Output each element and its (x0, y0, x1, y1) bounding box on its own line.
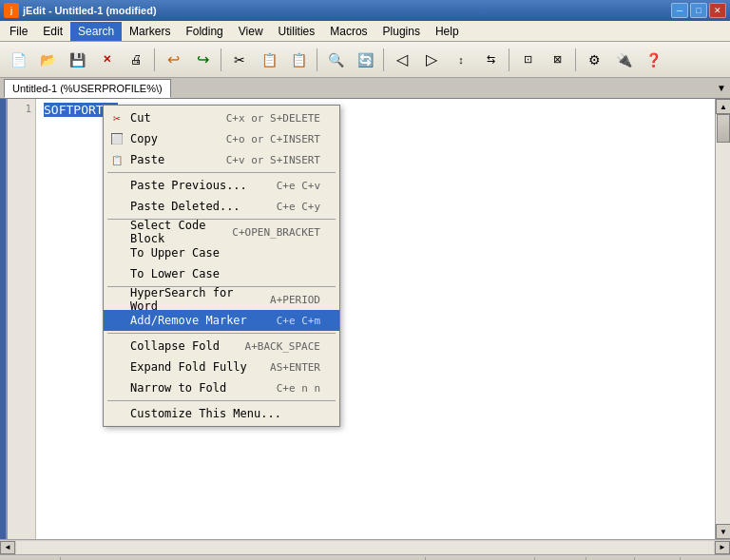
title-bar-controls: ─ □ ✕ (671, 3, 726, 18)
scrollbar-track-v[interactable] (716, 114, 730, 524)
ctx-expand-fold-fully[interactable]: Expand Fold Fully AS+ENTER (104, 357, 339, 377)
scrollbar-right-button[interactable]: ► (715, 541, 730, 554)
save-button[interactable]: 💾 (63, 46, 91, 74)
ctx-narrow-to-fold[interactable]: Narrow to Fold C+e n n (104, 377, 339, 398)
ctx-customize-menu-label: Customize This Menu... (130, 407, 320, 420)
ctx-cut[interactable]: ✂ Cut C+x or S+DELETE (104, 107, 339, 128)
ctx-hypersearch-label: HyperSearch for Word (130, 286, 262, 313)
ctx-copy[interactable]: ⬜ Copy C+o or C+INSERT (104, 128, 339, 149)
copy-icon: ⬜ (111, 133, 123, 145)
ctx-paste-previous[interactable]: Paste Previous... C+e C+v (104, 175, 339, 196)
ctx-to-lower-case[interactable]: To Lower Case (104, 263, 339, 284)
toolbar-sep-6 (575, 48, 576, 71)
split-button[interactable]: ⊡ (513, 46, 542, 74)
status-bar: 1,1 (0/10) Input/output complete (text,n… (0, 554, 730, 560)
ctx-customize-menu[interactable]: Customize This Menu... (104, 403, 339, 424)
status-encoding: (text,none,Cp1251) (433, 557, 535, 561)
ctx-expand-fold-fully-label: Expand Fold Fully (130, 360, 262, 374)
ctx-hypersearch-shortcut: A+PERIOD (270, 294, 320, 306)
menu-bar: File Edit Search Markers Folding View Ut… (0, 21, 730, 42)
redo-button[interactable]: ↪ (188, 46, 217, 74)
ctx-narrow-to-fold-label: Narrow to Fold (130, 381, 269, 395)
prev-button[interactable]: ◁ (388, 46, 416, 74)
ctx-paste-deleted[interactable]: Paste Deleted... C+e C+y (104, 196, 339, 217)
jump-button[interactable]: ⇆ (476, 46, 505, 74)
copy-button[interactable]: 📋 (255, 46, 283, 74)
ctx-sep-1 (107, 172, 336, 173)
editor-container: 1 SOFTPORTAL ✂ Cut C+x or S+DELETE ⬜ Cop… (0, 99, 730, 539)
paste-button[interactable]: 📋 (284, 46, 313, 74)
menu-macros[interactable]: Macros (322, 22, 375, 41)
tab-untitled-1[interactable]: Untitled-1 (%USERPROFILE%\) (4, 79, 171, 98)
paste-icon: 📋 (109, 155, 125, 165)
scrollbar-down-button[interactable]: ▼ (716, 524, 730, 539)
menu-view[interactable]: View (231, 22, 271, 41)
window-title: jEdit - Untitled-1 (modified) (23, 5, 157, 16)
scrollbar-up-button[interactable]: ▲ (716, 99, 730, 114)
status-size: 15Mb (643, 557, 682, 561)
new-button[interactable]: 📄 (4, 46, 32, 74)
ctx-narrow-to-fold-shortcut: C+e n n (277, 382, 320, 395)
ctx-paste-previous-label: Paste Previous... (130, 179, 269, 192)
plugin-manager-button[interactable]: 🔌 (609, 46, 638, 74)
ctx-paste[interactable]: 📋 Paste C+v or S+INSERT (104, 149, 339, 170)
close-button[interactable]: ✕ (709, 3, 726, 18)
toolbar-sep-1 (154, 48, 155, 71)
ctx-paste-deleted-shortcut: C+e C+y (277, 201, 320, 213)
scrollbar-left-button[interactable]: ◄ (0, 541, 15, 554)
ctx-cut-label: Cut (130, 111, 219, 125)
menu-file[interactable]: File (2, 22, 35, 41)
context-menu: ✂ Cut C+x or S+DELETE ⬜ Copy C+o or C+IN… (103, 105, 340, 427)
menu-utilities[interactable]: Utilities (271, 22, 323, 41)
editor-content[interactable]: SOFTPORTAL ✂ Cut C+x or S+DELETE ⬜ Copy … (36, 99, 715, 539)
scrollbar-track-h[interactable] (16, 541, 714, 554)
next-button[interactable]: ▷ (417, 46, 446, 74)
ctx-hypersearch[interactable]: HyperSearch for Word A+PERIOD (104, 289, 339, 310)
tab-scroll-right[interactable]: ▼ (713, 78, 730, 99)
undo-button[interactable]: ↩ (159, 46, 187, 74)
close-file-button[interactable]: ✕ (92, 46, 121, 74)
help-button[interactable]: ❓ (639, 46, 667, 74)
minimize-button[interactable]: ─ (671, 3, 688, 18)
ctx-to-lower-case-label: To Lower Case (130, 267, 320, 280)
ctx-collapse-fold-shortcut: A+BACK_SPACE (245, 340, 320, 353)
toolbar-sep-3 (317, 48, 317, 71)
ctx-collapse-fold[interactable]: Collapse Fold A+BACK_SPACE (104, 336, 339, 357)
toolbar: 📄 📂 💾 ✕ 🖨 ↩ ↪ ✂ 📋 📋 🔍 🔄 ◁ ▷ ↕ ⇆ ⊡ ⊠ ⚙ 🔌 … (0, 42, 730, 78)
menu-edit[interactable]: Edit (35, 22, 70, 41)
menu-help[interactable]: Help (428, 22, 467, 41)
ctx-cut-shortcut: C+x or S+DELETE (226, 112, 320, 125)
ctx-expand-fold-fully-shortcut: AS+ENTER (270, 361, 320, 374)
ctx-select-code-block[interactable]: Select Code Block C+OPEN_BRACKET (104, 222, 339, 242)
status-wc: WC 7 (594, 557, 634, 561)
scrollbar-thumb-v[interactable] (717, 114, 730, 143)
ctx-add-remove-marker-label: Add/Remove Marker (130, 314, 269, 327)
fold-indicator (0, 99, 8, 539)
cut-button[interactable]: ✂ (225, 46, 254, 74)
menu-search[interactable]: Search (70, 22, 122, 41)
nav-button[interactable]: ↕ (447, 46, 475, 74)
ctx-copy-label: Copy (130, 132, 219, 145)
menu-plugins[interactable]: Plugins (375, 22, 428, 41)
ctx-sep-5 (107, 400, 336, 401)
horizontal-scrollbar[interactable]: ◄ ► (0, 539, 730, 554)
ctx-paste-label: Paste (130, 153, 219, 166)
ctx-to-upper-case[interactable]: To Upper Case (104, 242, 339, 263)
ctx-collapse-fold-label: Collapse Fold (130, 339, 238, 353)
maximize-button[interactable]: □ (690, 3, 707, 18)
status-position: 1,1 (0/10) (4, 557, 61, 561)
unsplit-button[interactable]: ⊠ (543, 46, 571, 74)
open-button[interactable]: 📂 (33, 46, 62, 74)
print-button[interactable]: 🖨 (122, 46, 150, 74)
search-button[interactable]: 🔍 (321, 46, 350, 74)
menu-markers[interactable]: Markers (122, 22, 178, 41)
status-mode: Nm r o (543, 557, 586, 561)
menu-folding[interactable]: Folding (178, 22, 230, 41)
tab-bar: Untitled-1 (%USERPROFILE%\) ▼ (0, 78, 730, 99)
vertical-scrollbar[interactable]: ▲ ▼ (715, 99, 730, 539)
title-bar: j jEdit - Untitled-1 (modified) ─ □ ✕ (0, 0, 730, 21)
replace-button[interactable]: 🔄 (351, 46, 379, 74)
settings-button[interactable]: ⚙ (580, 46, 608, 74)
toolbar-sep-5 (509, 48, 509, 71)
ctx-add-remove-marker[interactable]: Add/Remove Marker C+e C+m (104, 310, 339, 331)
